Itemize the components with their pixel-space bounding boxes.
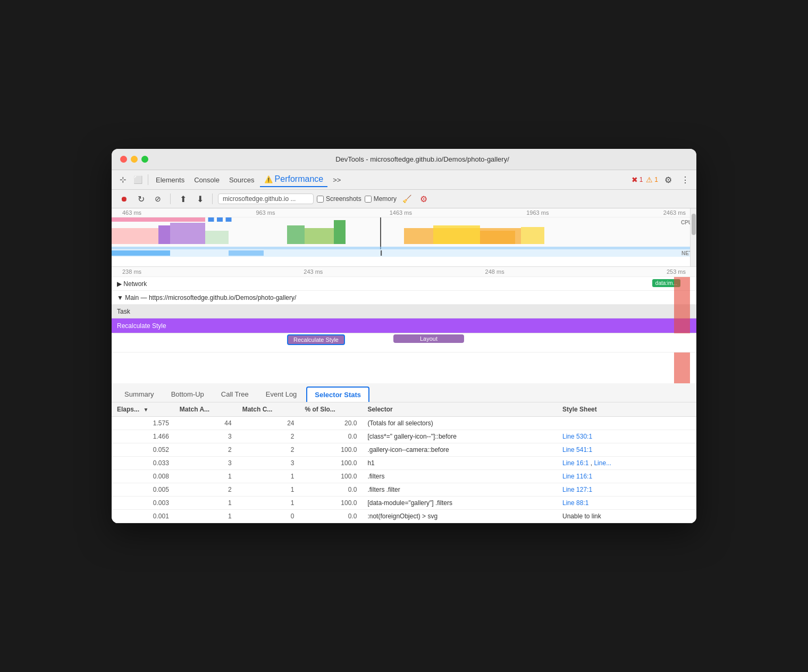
link-530[interactable]: Line 530:1 — [562, 433, 592, 440]
perf-settings-icon[interactable]: ⚙ — [417, 192, 431, 206]
svg-rect-4 — [287, 225, 305, 244]
cell-match-c-7: 0 — [237, 510, 300, 523]
tab-bottom-up[interactable]: Bottom-Up — [164, 387, 212, 401]
download-button[interactable]: ⬇ — [193, 192, 207, 206]
device-icon[interactable]: ⬜ — [131, 173, 145, 187]
error-icon: ✖ — [632, 175, 638, 184]
network-track: ▶ Network data:im... — [112, 277, 696, 291]
cell-elapsed-4: 0.008 — [112, 470, 174, 483]
cell-elapsed-1: 1.466 — [112, 430, 174, 443]
col-match-a[interactable]: Match A... — [174, 402, 237, 417]
cell-match-a-2: 2 — [174, 443, 237, 457]
refresh-button[interactable]: ↻ — [134, 192, 148, 206]
selector-stats-table: Elaps... ▼ Match A... Match C... % of Sl… — [112, 402, 696, 523]
maximize-button[interactable] — [141, 156, 148, 163]
flame-recalc-bar[interactable]: Recalculate Style — [287, 334, 345, 345]
tab-event-log[interactable]: Event Log — [258, 387, 305, 401]
scrollbar-thumb[interactable] — [692, 214, 696, 235]
memory-checkbox[interactable] — [365, 196, 372, 203]
settings-icon[interactable]: ⚙ — [661, 173, 675, 187]
inspect-icon[interactable]: ⊹ — [116, 173, 130, 187]
cell-pct-2: 100.0 — [300, 443, 363, 457]
link-541[interactable]: Line 541:1 — [562, 446, 592, 453]
tab-performance[interactable]: ⚠️ Performance — [260, 172, 328, 187]
ruler2-mark-0: 238 ms — [122, 268, 141, 275]
svg-rect-6 — [334, 220, 346, 244]
cpu-area[interactable]: CPU — [112, 217, 696, 249]
tab-console[interactable]: Console — [190, 174, 224, 186]
cell-match-c-3: 3 — [237, 457, 300, 470]
toolbar-divider — [148, 174, 148, 185]
link-127[interactable]: Line 127:1 — [562, 486, 592, 493]
cell-match-a-3: 3 — [174, 457, 237, 470]
timeline-area: 463 ms 963 ms 1463 ms 1963 ms 2463 ms CP… — [112, 208, 696, 267]
cell-selector-5: .filters .filter — [362, 483, 557, 497]
perf-toolbar: ⏺ ↻ ⊘ ⬆ ⬇ microsoftedge.github.io ... Sc… — [112, 190, 696, 208]
timeline-ruler: 463 ms 963 ms 1463 ms 1963 ms 2463 ms — [112, 208, 696, 217]
ruler2-mark-3: 253 ms — [667, 268, 686, 275]
cell-stylesheet-5: Line 127:1 — [557, 483, 696, 497]
screenshots-checkbox-label[interactable]: Screenshots — [317, 195, 361, 203]
cell-stylesheet-4: Line 116:1 — [557, 470, 696, 483]
col-match-a-label: Match A... — [180, 406, 209, 413]
cell-selector-3: h1 — [362, 457, 557, 470]
tab-call-tree[interactable]: Call Tree — [214, 387, 256, 401]
perf-divider2 — [212, 194, 213, 204]
cell-elapsed-7: 0.001 — [112, 510, 174, 523]
record-button[interactable]: ⏺ — [117, 192, 131, 206]
cell-selector-1: [class*=" gallery-icon--"]::before — [362, 430, 557, 443]
cell-pct-5: 0.0 — [300, 483, 363, 497]
cell-stylesheet-2: Line 541:1 — [557, 443, 696, 457]
col-stylesheet[interactable]: Style Sheet — [557, 402, 696, 417]
col-elapsed[interactable]: Elaps... ▼ — [112, 402, 174, 417]
sort-arrow: ▼ — [143, 407, 148, 413]
tab-elements[interactable]: Elements — [152, 174, 189, 186]
cell-selector-7: :not(foreignObject) > svg — [362, 510, 557, 523]
more-options-icon[interactable]: ⋮ — [678, 173, 692, 187]
cell-match-a-4: 1 — [174, 470, 237, 483]
memory-checkbox-label[interactable]: Memory — [365, 195, 397, 203]
svg-rect-17 — [112, 250, 170, 256]
tab-sources[interactable]: Sources — [225, 174, 259, 186]
timeline-ruler2: 238 ms 243 ms 248 ms 253 ms — [112, 267, 696, 277]
link-more[interactable]: Line... — [594, 459, 611, 467]
memory-label: Memory — [374, 195, 397, 203]
svg-rect-1 — [158, 225, 170, 244]
tracks-area: ▶ Network data:im... ▼ Main — https://mi… — [112, 277, 696, 383]
tabs-bar: Summary Bottom-Up Call Tree Event Log Se… — [112, 383, 696, 402]
link-116[interactable]: Line 116:1 — [562, 473, 592, 480]
col-selector[interactable]: Selector — [362, 402, 557, 417]
svg-rect-13 — [208, 217, 214, 222]
link-88[interactable]: Line 88:1 — [562, 499, 588, 507]
cell-match-c-2: 2 — [237, 443, 300, 457]
clear-perf-icon[interactable]: 🧹 — [400, 192, 414, 206]
col-match-c[interactable]: Match C... — [237, 402, 300, 417]
error-count: 1 — [639, 176, 643, 183]
tab-summary[interactable]: Summary — [117, 387, 162, 401]
cell-stylesheet-1: Line 530:1 — [557, 430, 696, 443]
timeline-scrollbar[interactable] — [690, 208, 696, 266]
link-16[interactable]: Line 16:1 — [562, 459, 588, 467]
tab-performance-label: Performance — [275, 174, 324, 184]
cell-selector-0: (Totals for all selectors) — [362, 417, 557, 430]
close-button[interactable] — [120, 156, 127, 163]
network-label: ▶ Network — [117, 280, 147, 288]
recalc-track: Recalculate Style — [112, 318, 696, 333]
screenshots-checkbox[interactable] — [317, 196, 324, 203]
table-row: 0.001 1 0 0.0 :not(foreignObject) > svg … — [112, 510, 696, 523]
cell-match-a-6: 1 — [174, 497, 237, 510]
minimize-button[interactable] — [131, 156, 138, 163]
upload-button[interactable]: ⬆ — [176, 192, 190, 206]
cell-elapsed-6: 0.003 — [112, 497, 174, 510]
table-row: 1.575 44 24 20.0 (Totals for all selecto… — [112, 417, 696, 430]
tab-selector-stats[interactable]: Selector Stats — [306, 387, 369, 402]
cell-match-c-5: 1 — [237, 483, 300, 497]
tab-more[interactable]: >> — [329, 174, 345, 186]
col-pct-slow[interactable]: % of Slo... — [300, 402, 363, 417]
flame-layout-bar[interactable]: Layout — [393, 334, 464, 343]
svg-rect-12 — [112, 217, 205, 222]
cell-match-c-4: 1 — [237, 470, 300, 483]
clear-button[interactable]: ⊘ — [151, 192, 165, 206]
flame-layout-label: Layout — [420, 335, 437, 342]
col-elapsed-label: Elaps... — [117, 406, 139, 413]
